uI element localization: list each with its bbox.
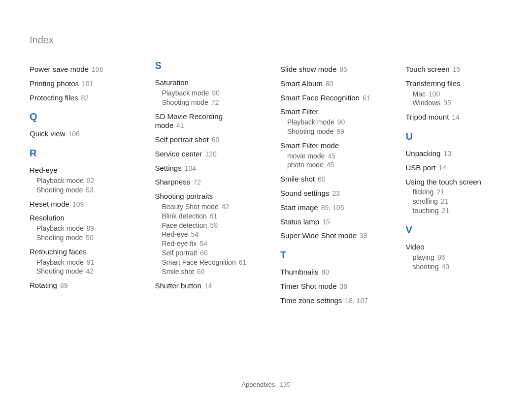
index-entry-page: 106 (92, 65, 103, 73)
index-entry: Transferring files (406, 79, 503, 89)
title-rule (30, 49, 502, 49)
index-entry: Protecting files82 (30, 93, 127, 103)
index-entry-label: Power save mode (30, 65, 89, 73)
index-entry-label: Timer Shot mode (280, 282, 337, 290)
index-letter-heading: S (155, 60, 252, 71)
index-entry-page: 14 (204, 282, 212, 290)
index-subentry: Smile shot60 (162, 267, 252, 277)
index-page: Index Power save mode106Printing photos1… (0, 0, 532, 401)
index-subentry-label: flicking (413, 188, 434, 196)
index-subentry-page: 100 (429, 90, 440, 98)
index-subentry-page: 90 (212, 89, 220, 97)
index-subentry: Face detection59 (162, 221, 252, 230)
index-entry-label: Smart Face Recognition (280, 93, 360, 102)
index-columns: Power save mode106Printing photos101Prot… (30, 60, 502, 306)
index-subentry-label: photo mode (287, 161, 324, 169)
index-subentry-label: Self portrait (162, 249, 198, 257)
index-entry-label: Transferring files (406, 79, 461, 88)
index-entry-page: 13 (443, 150, 451, 157)
index-subentry: Playback mode91 (36, 258, 127, 267)
index-subentry-label: Shooting mode (287, 127, 333, 135)
index-entry-label: Smart Album (280, 79, 323, 88)
index-subentry-label: playing (413, 253, 434, 261)
index-entry-label: USB port (406, 163, 436, 172)
index-entry: Status lamp15 (280, 217, 377, 227)
index-entry-page: 106 (68, 130, 80, 138)
index-letter-heading: V (406, 224, 503, 236)
index-entry-label: Red-eye (30, 166, 58, 174)
index-entry-page: 80 (326, 80, 333, 88)
index-entry: Start image89, 105 (280, 203, 377, 213)
index-subentry: photo mode45 (287, 160, 377, 170)
index-subentry-page: 21 (441, 207, 449, 215)
index-letter-heading: R (30, 148, 127, 159)
index-entry-label: Saturation (155, 78, 189, 87)
index-subentry-page: 53 (86, 186, 94, 194)
index-subentry: Shooting mode72 (162, 98, 252, 107)
index-entry: USB port14 (406, 163, 503, 173)
index-subentry: Shooting mode53 (36, 185, 127, 195)
footer-page-number: 135 (280, 381, 291, 388)
index-entry-page: 61 (363, 94, 370, 102)
index-entry: Service center120 (155, 150, 252, 159)
index-entry: Reset mode109 (30, 200, 127, 209)
index-entry-label: Reset mode (30, 200, 69, 208)
index-subentry-page: 21 (441, 197, 449, 205)
index-entry-label: Rotating (30, 281, 57, 289)
index-entry-label: Video (406, 243, 425, 251)
index-entry-page: 89 (60, 281, 68, 289)
index-subentry-page: 42 (222, 203, 230, 211)
index-subentry: Beauty Shot mode42 (162, 202, 252, 212)
index-entry: Touch screen15 (406, 65, 503, 74)
index-subentry-page: 45 (327, 161, 334, 169)
index-entry: Sharpness72 (155, 178, 252, 187)
index-subentry: flicking21 (413, 187, 503, 197)
index-subentry-page: 90 (337, 118, 345, 126)
index-entry-label: Slide show mode (280, 65, 336, 73)
index-entry-page: 60 (212, 136, 220, 144)
index-subentry-page: 59 (210, 221, 218, 229)
index-letter-heading: Q (30, 111, 127, 123)
index-subentry-label: Playback mode (36, 177, 84, 185)
index-entry-page: 89, 105 (321, 204, 344, 212)
index-subentry-label: Smart Face Recognition (162, 258, 236, 266)
index-subentry-label: scrolling (413, 197, 438, 205)
index-entry-label: Quick view (30, 129, 66, 138)
index-entry: Thumbnails80 (280, 268, 377, 277)
index-subentry-page: 21 (436, 188, 444, 196)
index-subentry: Self portrait60 (162, 248, 252, 258)
index-entry: Shooting portraits (155, 192, 252, 201)
index-subentry-page: 60 (200, 249, 208, 257)
index-entry: Smart Filter mode (280, 141, 377, 151)
index-column: Touch screen15Transferring filesMac100Wi… (406, 60, 503, 306)
index-subentry-label: Mac (413, 90, 426, 98)
index-entry: SD Movie Recording mode41 (155, 112, 252, 131)
index-entry-label: Start image (280, 203, 318, 212)
index-entry-page: 120 (205, 150, 216, 158)
index-column: Power save mode106Printing photos101Prot… (30, 60, 127, 306)
index-entry-page: 15 (322, 218, 330, 226)
index-subentry: Playback mode90 (287, 118, 377, 127)
index-subentry-page: 61 (210, 212, 218, 220)
index-subentry: playing86 (413, 253, 503, 262)
index-entry-label: Status lamp (280, 217, 319, 226)
index-entry: Saturation (155, 78, 252, 88)
index-entry-page: 85 (339, 65, 347, 73)
index-entry-label: Service center (155, 150, 202, 158)
index-sublist: Playback mode90Shooting mode69 (280, 118, 377, 136)
index-subentry-page: 89 (87, 224, 95, 232)
index-subentry-page: 69 (336, 127, 344, 135)
index-subentry: Playback mode89 (36, 224, 127, 233)
index-subentry-label: Playback mode (36, 258, 84, 266)
index-entry-label: Using the touch screen (406, 178, 481, 186)
index-entry-label: Smart Filter mode (280, 141, 339, 150)
index-subentry-page: 72 (211, 98, 219, 106)
index-subentry: Shooting mode50 (36, 233, 127, 243)
index-subentry: touching21 (413, 206, 503, 216)
index-subentry-label: Shooting mode (36, 267, 83, 275)
index-entry: Resolution (30, 214, 127, 223)
index-subentry-label: Face detection (162, 221, 207, 229)
index-sublist: movie mode45photo mode45 (280, 152, 377, 170)
index-entry: Time zone settings18, 107 (280, 296, 377, 306)
index-entry: Timer Shot mode36 (280, 282, 377, 291)
